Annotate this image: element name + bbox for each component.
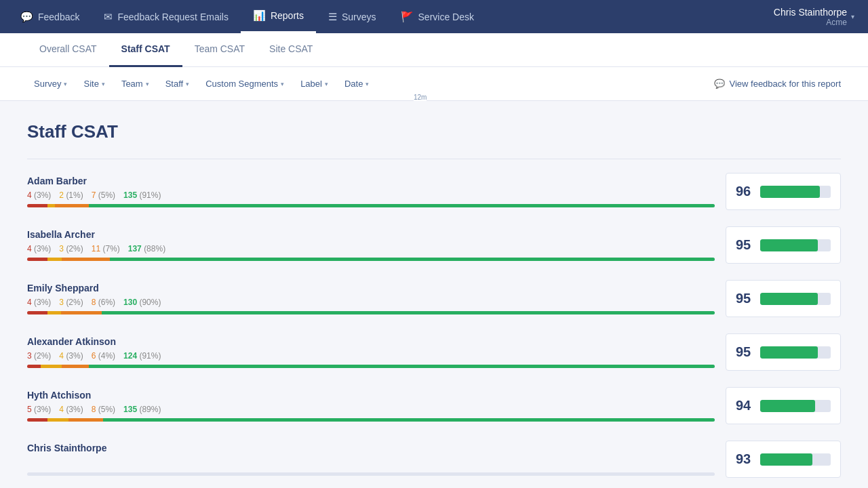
stat-orange: 6 (4%) xyxy=(92,351,115,361)
score-bar-fill xyxy=(760,293,818,305)
staff-chevron-icon: ▾ xyxy=(186,81,189,87)
user-org: Acme xyxy=(774,18,847,27)
progress-bar xyxy=(27,204,715,207)
nav-item-service-desk[interactable]: 🚩 Service Desk xyxy=(389,0,486,33)
score-card: 95 xyxy=(726,333,841,371)
stat-red: 4 (3%) xyxy=(27,298,51,307)
staff-name: Chris Stainthorpe xyxy=(27,443,715,453)
score-card: 94 xyxy=(726,387,841,424)
score-card: 96 xyxy=(726,173,841,210)
sub-nav-team-csat[interactable]: Team CSAT xyxy=(182,33,257,67)
bar-seg-green xyxy=(110,258,715,261)
score-bar-fill xyxy=(760,239,818,251)
score-card: 93 xyxy=(726,441,841,478)
stat-yellow: 3 (2%) xyxy=(59,298,83,307)
staff-name: Alexander Atkinson xyxy=(27,336,715,347)
stat-red: 4 (3%) xyxy=(27,244,51,253)
date-chevron-icon: ▾ xyxy=(366,81,369,87)
bar-seg-red xyxy=(27,365,41,368)
bar-seg-red xyxy=(27,204,47,207)
nav-item-reports[interactable]: 📊 Reports xyxy=(241,0,316,33)
stat-yellow: 2 (1%) xyxy=(59,190,83,200)
staff-left: Isabella Archer 4 (3%) 3 (2%) 11 (7%) 13… xyxy=(27,229,715,261)
nav-label-reports: Reports xyxy=(271,10,304,21)
email-icon: ✉ xyxy=(104,11,113,23)
filter-team[interactable]: Team ▾ xyxy=(115,75,156,93)
service-desk-icon: 🚩 xyxy=(401,11,414,23)
score-number: 93 xyxy=(736,451,752,467)
nav-label-feedback: Feedback xyxy=(38,12,79,22)
stat-red: 3 (2%) xyxy=(27,351,51,361)
staff-left: Hyth Atchison 5 (3%) 4 (3%) 8 (5%) 135 (… xyxy=(27,390,715,422)
score-bar-fill xyxy=(760,453,812,466)
custom-segments-chevron-icon: ▾ xyxy=(281,81,284,87)
bar-seg-red xyxy=(27,311,47,314)
reports-icon: 📊 xyxy=(253,9,266,22)
staff-row: Chris Stainthorpe 93 xyxy=(27,441,841,478)
score-bar-bg xyxy=(760,400,831,412)
bar-seg-yellow xyxy=(41,365,61,368)
score-number: 95 xyxy=(736,237,752,253)
bar-seg-green xyxy=(89,365,715,368)
stat-green: 135 (89%) xyxy=(123,405,161,414)
progress-bar xyxy=(27,365,715,368)
filter-staff[interactable]: Staff ▾ xyxy=(159,75,197,93)
nav-item-surveys[interactable]: ☰ Surveys xyxy=(316,0,389,33)
nav-items: 💬 Feedback ✉ Feedback Request Emails 📊 R… xyxy=(8,0,768,33)
user-menu[interactable]: Chris Stainthorpe Acme ▾ xyxy=(768,7,860,27)
filter-label[interactable]: Label ▾ xyxy=(294,75,335,93)
bar-seg-orange xyxy=(62,258,110,261)
feedback-icon: 💬 xyxy=(20,11,33,23)
score-bar-bg xyxy=(760,186,831,198)
stat-green: 137 (88%) xyxy=(128,244,165,253)
score-card: 95 xyxy=(726,226,841,264)
staff-stats: 5 (3%) 4 (3%) 8 (5%) 135 (89%) xyxy=(27,405,715,414)
staff-stats: 4 (3%) 2 (1%) 7 (5%) 135 (91%) xyxy=(27,190,715,200)
score-bar-bg xyxy=(760,293,831,305)
score-bar-bg xyxy=(760,453,831,466)
stat-orange: 8 (6%) xyxy=(92,298,115,307)
nav-label-service-desk: Service Desk xyxy=(418,12,474,22)
bar-seg-orange xyxy=(62,365,90,368)
user-chevron-icon: ▾ xyxy=(851,13,854,20)
page-title: Staff CSAT xyxy=(27,121,841,142)
progress-bar xyxy=(27,311,715,314)
score-number: 96 xyxy=(736,184,752,199)
progress-bar xyxy=(27,472,715,476)
filter-date[interactable]: Date ▾ xyxy=(338,75,376,93)
nav-label-feedback-request-emails: Feedback Request Emails xyxy=(117,12,228,22)
filter-custom-segments[interactable]: Custom Segments ▾ xyxy=(199,75,291,93)
bar-seg-green xyxy=(102,311,715,314)
score-number: 95 xyxy=(736,291,752,306)
staff-stats: 4 (3%) 3 (2%) 11 (7%) 137 (88%) xyxy=(27,244,715,253)
filter-survey[interactable]: Survey ▾ xyxy=(27,75,74,93)
site-chevron-icon: ▾ xyxy=(102,81,105,87)
survey-chevron-icon: ▾ xyxy=(64,81,67,87)
sub-nav-site-csat[interactable]: Site CSAT xyxy=(257,33,325,67)
nav-item-feedback[interactable]: 💬 Feedback xyxy=(8,0,92,33)
nav-label-surveys: Surveys xyxy=(342,12,376,22)
score-bar-fill xyxy=(760,346,818,359)
bar-seg-green xyxy=(103,418,715,422)
stat-yellow: 3 (2%) xyxy=(59,244,83,253)
stat-red: 4 (3%) xyxy=(27,190,51,200)
staff-row: Hyth Atchison 5 (3%) 4 (3%) 8 (5%) 135 (… xyxy=(27,387,841,424)
progress-bar xyxy=(27,418,715,422)
bar-seg-orange xyxy=(55,204,90,207)
staff-left: Adam Barber 4 (3%) 2 (1%) 7 (5%) 135 (91… xyxy=(27,176,715,207)
nav-item-feedback-request-emails[interactable]: ✉ Feedback Request Emails xyxy=(92,0,240,33)
bar-seg-red xyxy=(27,418,47,422)
sub-nav-overall-csat[interactable]: Overall CSAT xyxy=(27,33,109,67)
view-feedback-link[interactable]: 💬 View feedback for this report xyxy=(714,79,841,89)
team-chevron-icon: ▾ xyxy=(146,81,149,87)
staff-left: Emily Sheppard 4 (3%) 3 (2%) 8 (6%) 130 … xyxy=(27,283,715,314)
user-name: Chris Stainthorpe xyxy=(774,7,847,18)
filter-bar: Survey ▾ Site ▾ Team ▾ Staff ▾ Custom Se… xyxy=(0,67,868,101)
staff-stats: 3 (2%) 4 (3%) 6 (4%) 124 (91%) xyxy=(27,351,715,361)
staff-row: Adam Barber 4 (3%) 2 (1%) 7 (5%) 135 (91… xyxy=(27,173,841,210)
bar-seg-yellow xyxy=(47,204,54,207)
score-number: 94 xyxy=(736,398,752,413)
sub-nav-staff-csat[interactable]: Staff CSAT xyxy=(109,33,182,67)
filter-site[interactable]: Site ▾ xyxy=(77,75,111,93)
bar-seg-green xyxy=(89,204,715,207)
